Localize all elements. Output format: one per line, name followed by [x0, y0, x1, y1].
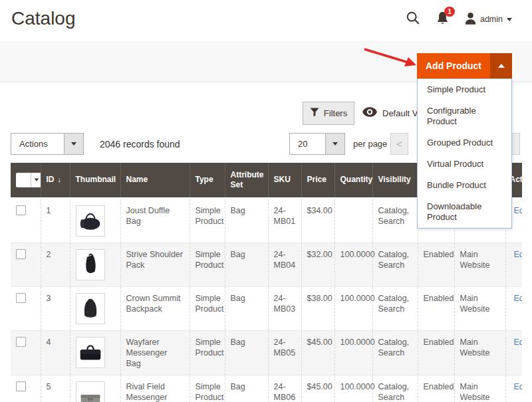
add-product-label[interactable]: Add Product: [417, 53, 490, 78]
add-product-toggle[interactable]: [490, 53, 512, 78]
add-product-button[interactable]: Add Product: [417, 53, 512, 78]
cell-websites: Main Website: [454, 330, 505, 375]
edit-link[interactable]: Edit: [514, 250, 523, 259]
product-thumbnail[interactable]: [76, 249, 105, 280]
table-row: 4Wayfarer Messenger BagSimple ProductBag…: [11, 330, 522, 375]
cell-visibility: Catalog, Search: [372, 375, 418, 402]
menu-item-downloadable-product[interactable]: Downloadable Product: [418, 196, 511, 228]
column-header-sku[interactable]: SKU: [268, 163, 301, 198]
select-all-control[interactable]: [16, 173, 41, 187]
per-page-select-arrow[interactable]: [325, 134, 344, 154]
per-page-label: per page: [353, 139, 387, 149]
column-header-quantity[interactable]: Quantity: [334, 163, 372, 198]
header-tools: 1 admin: [406, 11, 512, 28]
cell-price: $32.00: [301, 243, 334, 286]
notifications-button[interactable]: 1: [436, 11, 449, 28]
cell-price: $45.00: [301, 375, 334, 402]
row-checkbox[interactable]: [16, 249, 26, 259]
menu-item-simple-product[interactable]: Simple Product: [418, 79, 511, 100]
table-row: 2Strive Shoulder PackSimple ProductBag24…: [11, 243, 522, 286]
bell-icon: [436, 16, 449, 27]
row-checkbox[interactable]: [16, 337, 26, 347]
search-icon[interactable]: [406, 11, 420, 28]
select-all-checkbox[interactable]: [16, 173, 31, 187]
chevron-down-icon: [332, 142, 338, 146]
edit-link[interactable]: Edit: [514, 206, 523, 215]
cell-status: Enabled: [418, 243, 454, 286]
cell-action: Edit: [505, 286, 522, 330]
chevron-down-icon: [34, 179, 39, 181]
cell-thumbnail: [70, 286, 120, 330]
column-label: ID: [47, 175, 55, 184]
actions-select[interactable]: Actions: [11, 133, 84, 155]
cell-id: 2: [41, 243, 70, 286]
cell-attribute-set: Bag: [225, 198, 268, 243]
shoulder-pack-image: [76, 250, 104, 279]
admin-menu[interactable]: admin: [465, 12, 512, 27]
menu-item-bundle-product[interactable]: Bundle Product: [418, 175, 511, 196]
cell-type: Simple Product: [190, 286, 225, 330]
column-header-attribute-set[interactable]: Attribute Set: [225, 163, 268, 198]
menu-item-configurable-product[interactable]: Configurable Product: [418, 100, 511, 132]
page-title: Catalog: [11, 8, 76, 29]
cell-name: Wayfarer Messenger Bag: [120, 330, 190, 375]
cell-name: Strive Shoulder Pack: [120, 243, 190, 286]
cell-select: [11, 375, 41, 402]
cell-type: Simple Product: [190, 198, 225, 243]
product-thumbnail[interactable]: [76, 205, 105, 237]
column-header-id[interactable]: ID↓: [41, 163, 70, 198]
per-page-select[interactable]: 20: [289, 133, 345, 155]
select-all-arrow[interactable]: [31, 173, 41, 187]
actions-select-arrow[interactable]: [64, 134, 83, 154]
cell-visibility: Catalog, Search: [372, 330, 418, 375]
cell-action: Edit: [505, 243, 522, 286]
cell-id: 1: [41, 198, 70, 243]
edit-link[interactable]: Edit: [514, 382, 523, 391]
product-thumbnail[interactable]: [76, 293, 105, 324]
previous-page-button[interactable]: <: [390, 133, 408, 155]
cell-select: [11, 330, 41, 375]
menu-item-virtual-product[interactable]: Virtual Product: [418, 153, 511, 175]
cell-quantity: 100.0000: [334, 375, 372, 402]
column-header-thumbnail[interactable]: Thumbnail: [70, 163, 120, 198]
filters-button[interactable]: Filters: [303, 102, 354, 125]
cell-sku: 24-MB03: [268, 286, 301, 330]
edit-link[interactable]: Edit: [514, 338, 523, 347]
product-thumbnail[interactable]: [76, 381, 105, 402]
per-page-value: 20: [290, 134, 325, 154]
cell-status: Enabled: [418, 286, 454, 330]
notification-badge: 1: [444, 7, 455, 17]
grid-body: 1Joust Duffle BagSimple ProductBag24-MB0…: [11, 198, 522, 402]
backpack-image: [76, 294, 104, 323]
column-header-type[interactable]: Type: [190, 163, 225, 198]
edit-link[interactable]: Edit: [514, 294, 523, 303]
table-row: 3Crown Summit BackpackSimple ProductBag2…: [11, 286, 522, 330]
column-header-visibility[interactable]: Visibility: [372, 163, 418, 198]
cell-status: Enabled: [418, 375, 454, 402]
column-header-name[interactable]: Name: [120, 163, 190, 198]
cell-status: Enabled: [418, 330, 454, 375]
cell-quantity: 100.0000: [334, 330, 372, 375]
cell-select: [11, 286, 41, 330]
user-icon: [465, 12, 476, 27]
chevron-up-icon: [498, 64, 505, 68]
cell-sku: 24-MB06: [268, 375, 301, 402]
cell-quantity: 100.0000: [334, 286, 372, 330]
row-checkbox[interactable]: [16, 381, 26, 391]
row-checkbox[interactable]: [16, 293, 26, 303]
cell-websites: Main Website: [454, 243, 505, 286]
cell-attribute-set: Bag: [225, 330, 268, 375]
cell-thumbnail: [70, 243, 120, 286]
row-checkbox[interactable]: [16, 205, 26, 215]
cell-id: 3: [41, 286, 70, 330]
cell-type: Simple Product: [190, 243, 225, 286]
column-header-price[interactable]: Price: [301, 163, 334, 198]
menu-item-grouped-product[interactable]: Grouped Product: [418, 132, 511, 153]
product-thumbnail[interactable]: [76, 337, 105, 368]
cell-visibility: Catalog, Search: [372, 286, 418, 330]
table-row: 5Rival Field MessengerSimple ProductBag2…: [11, 375, 522, 402]
cell-select: [11, 243, 41, 286]
column-header-select[interactable]: [11, 163, 41, 198]
cell-attribute-set: Bag: [225, 243, 268, 286]
cell-action: Edit: [505, 375, 522, 402]
